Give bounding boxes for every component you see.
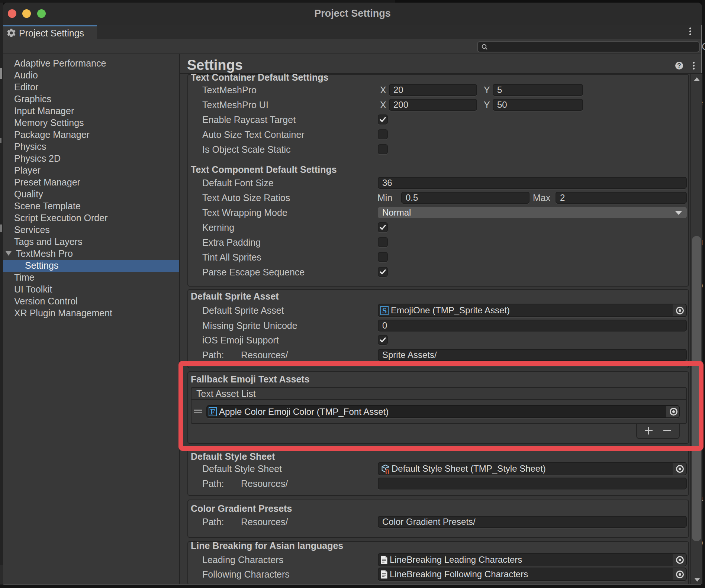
- svg-text:{}: {}: [385, 468, 390, 474]
